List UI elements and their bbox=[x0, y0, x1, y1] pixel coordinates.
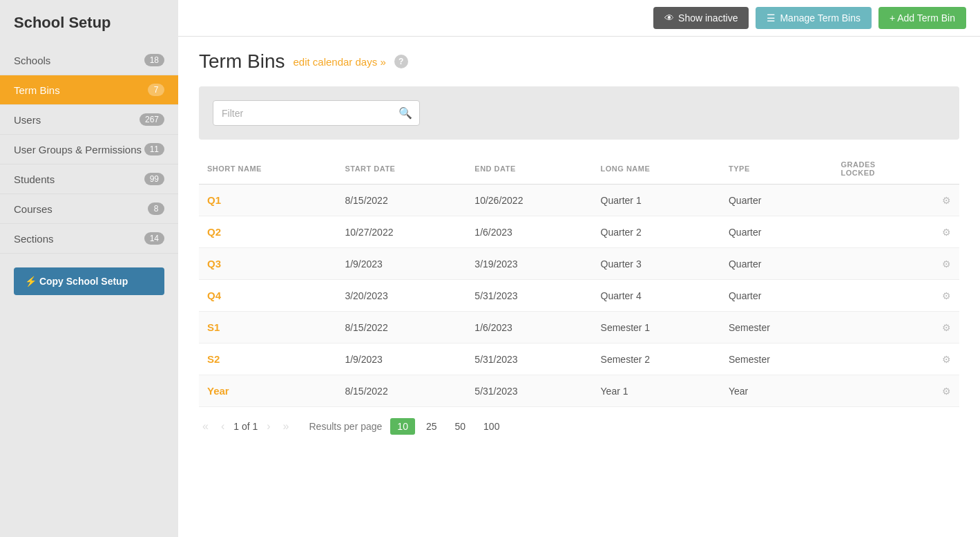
term-end-date: 1/6/2023 bbox=[466, 312, 592, 343]
sidebar-item-users[interactable]: Users 267 bbox=[0, 105, 178, 135]
term-settings-button[interactable]: ⚙ bbox=[932, 343, 959, 375]
page-info: 1 of 1 bbox=[233, 421, 258, 432]
term-bins-table: SHORT NAMESTART DATEEND DATELONG NAMETYP… bbox=[199, 153, 959, 407]
per-page-option-25[interactable]: 25 bbox=[419, 418, 444, 435]
add-term-bin-button[interactable]: + Add Term Bin bbox=[878, 7, 966, 29]
sidebar-badge-user-groups: 11 bbox=[144, 143, 164, 156]
term-settings-button[interactable]: ⚙ bbox=[932, 248, 959, 280]
term-type: Quarter bbox=[720, 185, 833, 216]
term-short-name[interactable]: S1 bbox=[199, 312, 336, 343]
filter-area: 🔍 bbox=[199, 86, 959, 140]
per-page-option-10[interactable]: 10 bbox=[390, 418, 415, 435]
term-bins-table-wrap: SHORT NAMESTART DATEEND DATELONG NAMETYP… bbox=[199, 153, 959, 407]
term-end-date: 10/26/2022 bbox=[466, 185, 592, 216]
eye-icon: 👁 bbox=[664, 12, 674, 23]
sidebar-item-label: Term Bins bbox=[14, 84, 60, 96]
col-header-type: TYPE bbox=[720, 153, 833, 185]
term-start-date: 3/20/2023 bbox=[336, 280, 466, 312]
sidebar-badge-students: 99 bbox=[144, 173, 164, 185]
term-short-name[interactable]: Year bbox=[199, 375, 336, 407]
sidebar-title: School Setup bbox=[0, 14, 178, 46]
per-page-option-50[interactable]: 50 bbox=[448, 418, 473, 435]
show-inactive-button[interactable]: 👁 Show inactive bbox=[653, 7, 749, 29]
topbar: 👁 Show inactive ☰ Manage Term Bins + Add… bbox=[178, 0, 980, 37]
manage-term-bins-button[interactable]: ☰ Manage Term Bins bbox=[756, 7, 871, 29]
table-row: Q1 8/15/2022 10/26/2022 Quarter 1 Quarte… bbox=[199, 185, 959, 216]
term-settings-button[interactable]: ⚙ bbox=[932, 280, 959, 312]
col-header-long-name: LONG NAME bbox=[593, 153, 720, 185]
content-area: Term Bins edit calendar days » ? 🔍 SHORT… bbox=[178, 37, 980, 537]
term-start-date: 8/15/2022 bbox=[336, 185, 466, 216]
sidebar-item-term-bins[interactable]: Term Bins 7 bbox=[0, 75, 178, 105]
term-long-name: Semester 1 bbox=[593, 312, 720, 343]
table-row: S2 1/9/2023 5/31/2023 Semester 2 Semeste… bbox=[199, 343, 959, 375]
sidebar-item-label: Students bbox=[14, 173, 55, 185]
term-end-date: 5/31/2023 bbox=[466, 343, 592, 375]
term-grades-locked bbox=[833, 280, 932, 312]
sidebar-item-schools[interactable]: Schools 18 bbox=[0, 46, 178, 75]
term-settings-button[interactable]: ⚙ bbox=[932, 312, 959, 343]
term-end-date: 5/31/2023 bbox=[466, 375, 592, 407]
sidebar-item-courses[interactable]: Courses 8 bbox=[0, 194, 178, 224]
term-short-name[interactable]: S2 bbox=[199, 343, 336, 375]
next-page-button[interactable]: › bbox=[263, 419, 273, 434]
page-title: Term Bins bbox=[199, 50, 285, 73]
sidebar-badge-term-bins: 7 bbox=[148, 84, 164, 96]
sidebar-item-user-groups[interactable]: User Groups & Permissions 11 bbox=[0, 135, 178, 164]
col-header-actions bbox=[932, 153, 959, 185]
table-row: Q3 1/9/2023 3/19/2023 Quarter 3 Quarter … bbox=[199, 248, 959, 280]
col-header-grades-locked: GRADESLOCKED bbox=[833, 153, 932, 185]
table-row: Q2 10/27/2022 1/6/2023 Quarter 2 Quarter… bbox=[199, 216, 959, 248]
table-row: Q4 3/20/2023 5/31/2023 Quarter 4 Quarter… bbox=[199, 280, 959, 312]
term-short-name[interactable]: Q3 bbox=[199, 248, 336, 280]
col-header-start-date: START DATE bbox=[336, 153, 466, 185]
term-short-name[interactable]: Q2 bbox=[199, 216, 336, 248]
edit-calendar-days-link[interactable]: edit calendar days » bbox=[293, 56, 385, 68]
list-icon: ☰ bbox=[767, 12, 776, 23]
sidebar: School Setup Schools 18Term Bins 7Users … bbox=[0, 0, 178, 537]
sidebar-badge-users: 267 bbox=[140, 113, 164, 126]
term-end-date: 1/6/2023 bbox=[466, 216, 592, 248]
term-long-name: Quarter 1 bbox=[593, 185, 720, 216]
filter-input[interactable] bbox=[213, 102, 392, 124]
term-type: Semester bbox=[720, 343, 833, 375]
sidebar-item-label: Sections bbox=[14, 233, 54, 245]
term-end-date: 5/31/2023 bbox=[466, 280, 592, 312]
sidebar-item-sections[interactable]: Sections 14 bbox=[0, 224, 178, 254]
table-row: Year 8/15/2022 5/31/2023 Year 1 Year ⚙ bbox=[199, 375, 959, 407]
main-content: 👁 Show inactive ☰ Manage Term Bins + Add… bbox=[178, 0, 980, 537]
sidebar-item-label: Schools bbox=[14, 55, 50, 66]
term-type: Year bbox=[720, 375, 833, 407]
term-short-name[interactable]: Q4 bbox=[199, 280, 336, 312]
sidebar-item-label: Users bbox=[14, 114, 41, 126]
term-start-date: 8/15/2022 bbox=[336, 312, 466, 343]
term-type: Quarter bbox=[720, 280, 833, 312]
col-header-short-name[interactable]: SHORT NAME bbox=[199, 153, 336, 185]
term-long-name: Quarter 3 bbox=[593, 248, 720, 280]
search-icon[interactable]: 🔍 bbox=[392, 101, 419, 125]
page-header: Term Bins edit calendar days » ? bbox=[199, 50, 959, 73]
term-settings-button[interactable]: ⚙ bbox=[932, 185, 959, 216]
term-type: Semester bbox=[720, 312, 833, 343]
prev-page-button[interactable]: ‹ bbox=[218, 419, 228, 434]
term-settings-button[interactable]: ⚙ bbox=[932, 216, 959, 248]
term-long-name: Quarter 2 bbox=[593, 216, 720, 248]
help-icon[interactable]: ? bbox=[394, 55, 408, 68]
per-page-option-100[interactable]: 100 bbox=[477, 418, 506, 435]
term-grades-locked bbox=[833, 248, 932, 280]
term-grades-locked bbox=[833, 375, 932, 407]
last-page-button[interactable]: » bbox=[280, 419, 293, 434]
table-row: S1 8/15/2022 1/6/2023 Semester 1 Semeste… bbox=[199, 312, 959, 343]
term-type: Quarter bbox=[720, 248, 833, 280]
term-start-date: 10/27/2022 bbox=[336, 216, 466, 248]
term-start-date: 8/15/2022 bbox=[336, 375, 466, 407]
sidebar-item-students[interactable]: Students 99 bbox=[0, 164, 178, 194]
copy-school-setup-button[interactable]: ⚡ Copy School Setup bbox=[14, 267, 164, 295]
term-start-date: 1/9/2023 bbox=[336, 343, 466, 375]
term-settings-button[interactable]: ⚙ bbox=[932, 375, 959, 407]
term-long-name: Quarter 4 bbox=[593, 280, 720, 312]
term-start-date: 1/9/2023 bbox=[336, 248, 466, 280]
first-page-button[interactable]: « bbox=[199, 419, 212, 434]
term-short-name[interactable]: Q1 bbox=[199, 185, 336, 216]
sidebar-badge-sections: 14 bbox=[144, 232, 164, 245]
